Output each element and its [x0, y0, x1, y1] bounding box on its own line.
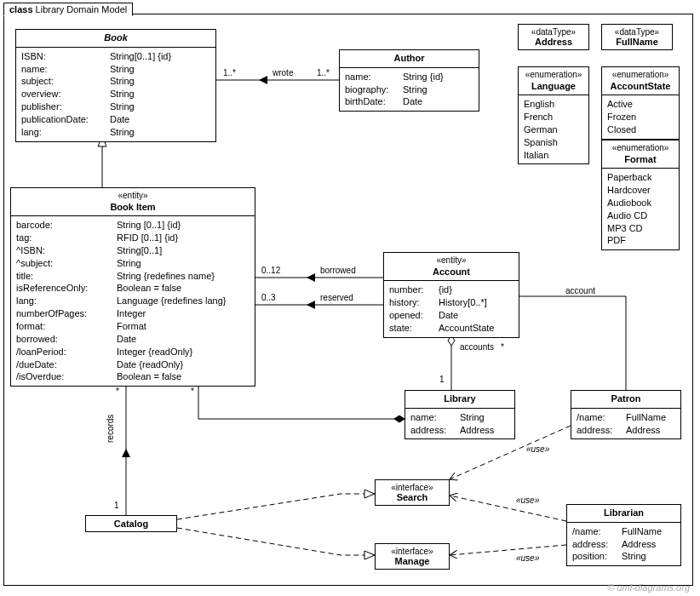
- attr-name: ^ISBN:: [16, 244, 112, 257]
- attr-name: opened:: [389, 309, 433, 322]
- attr-type: Date: [117, 333, 136, 346]
- enum-format-name: Format: [624, 154, 656, 164]
- mult-wrote-left: 1..*: [223, 68, 236, 77]
- attr-name: subject:: [21, 75, 105, 88]
- mult-bookitem-star: *: [191, 387, 194, 396]
- attr-name: position:: [572, 550, 617, 563]
- datatype-address: «dataType»Address: [518, 24, 589, 50]
- attribute-row: ^ISBN:String[0..1]: [16, 244, 250, 257]
- attr-type: Language {redefines lang}: [117, 295, 226, 307]
- datatype-fullname: «dataType»FullName: [601, 24, 673, 50]
- class-manage: «interface» Manage: [375, 543, 450, 570]
- attr-name: lang:: [16, 295, 112, 307]
- class-author-name: Author: [393, 53, 424, 63]
- frame-tab: class Library Domain Model: [3, 3, 133, 16]
- attr-name: barcode:: [16, 219, 112, 232]
- mult-lib-one: 1: [439, 375, 445, 384]
- attribute-row: publicationDate:Date: [21, 113, 210, 126]
- attr-name: ^subject:: [16, 257, 112, 270]
- class-account: «entity» Account number:{id}history:Hist…: [383, 252, 519, 338]
- attribute-row: position:String: [572, 550, 675, 563]
- class-patron: Patron /name:FullNameaddress:Address: [571, 390, 681, 439]
- datatype-fullname-stereo: «dataType»: [605, 27, 668, 37]
- class-manage-name: Manage: [395, 556, 430, 566]
- attr-type: String: [110, 63, 135, 76]
- attr-type: String[0..1] {id}: [110, 50, 171, 63]
- attr-name: birthDate:: [345, 95, 398, 108]
- class-catalog-name: Catalog: [114, 519, 148, 529]
- datatype-address-name: Address: [535, 37, 572, 47]
- attribute-row: number:{id}: [389, 284, 514, 296]
- use-librarian-manage: «use»: [516, 553, 539, 563]
- class-patron-attrs: /name:FullNameaddress:Address: [571, 409, 680, 439]
- attr-type: Date: [439, 309, 458, 322]
- attribute-row: /name:FullName: [577, 411, 675, 424]
- attribute-row: format:Format: [16, 320, 250, 333]
- attribute-row: ^subject:String: [16, 257, 250, 270]
- attr-type: String {redefines name}: [117, 270, 215, 283]
- attr-type: String: [403, 83, 427, 96]
- attr-type: RFID [0..1] {id}: [117, 232, 178, 244]
- attr-name: overview:: [21, 88, 105, 100]
- role-accounts: accounts: [460, 342, 494, 352]
- attr-type: Integer {readOnly}: [117, 346, 192, 358]
- mult-reserved: 0..3: [261, 293, 276, 302]
- attr-name: address:: [577, 424, 621, 437]
- mult-catalog-one: 1: [114, 501, 119, 510]
- attr-type: Address: [622, 538, 656, 551]
- attribute-row: state:AccountState: [389, 322, 514, 335]
- attr-type: Address: [626, 424, 660, 437]
- attribute-row: address:Address: [410, 424, 509, 437]
- attr-name: lang:: [21, 126, 105, 139]
- attribute-row: opened:Date: [389, 309, 514, 322]
- attr-type: String: [110, 100, 135, 113]
- enum-literal: Hardcover: [607, 184, 674, 197]
- class-librarian-name: Librarian: [604, 507, 644, 518]
- attribute-row: publisher:String: [21, 100, 210, 113]
- attribute-row: lang:Language {redefines lang}: [16, 295, 250, 307]
- enum-language-stereo: «enumeration»: [522, 70, 585, 81]
- mult-wrote-right: 1..*: [317, 68, 330, 77]
- attr-type: Format: [117, 320, 146, 333]
- enum-literal: Active: [607, 98, 674, 111]
- enum-language-lits: EnglishFrenchGermanSpanishItalian: [519, 95, 588, 163]
- class-librarian-attrs: /name:FullNameaddress:Addressposition:St…: [567, 523, 680, 566]
- attr-type: Boolean = false: [117, 370, 181, 383]
- class-account-attrs: number:{id}history:History[0..*]opened:D…: [384, 281, 519, 336]
- attr-type: String[0..1]: [117, 244, 162, 257]
- attr-type: FullName: [626, 411, 666, 424]
- assoc-borrowed: borrowed: [320, 266, 356, 275]
- enum-literal: Frozen: [607, 111, 674, 123]
- use-librarian-search: «use»: [516, 496, 539, 505]
- attr-type: String: [622, 550, 646, 563]
- attr-name: isReferenceOnly:: [16, 282, 112, 295]
- watermark: © uml-diagrams.org: [607, 582, 690, 593]
- datatype-fullname-name: FullName: [616, 37, 658, 47]
- attribute-row: barcode:String [0..1] {id}: [16, 219, 250, 232]
- enum-literal: Audiobook: [607, 197, 674, 209]
- attr-name: /name:: [572, 525, 617, 538]
- attr-type: String: [460, 411, 485, 424]
- attribute-row: address:Address: [577, 424, 675, 437]
- class-bookitem: «entity» Book Item barcode:String [0..1]…: [10, 187, 255, 387]
- enum-literal: Closed: [607, 123, 674, 136]
- attribute-row: ISBN:String[0..1] {id}: [21, 50, 210, 63]
- attr-type: Address: [460, 424, 494, 437]
- attribute-row: name:String: [410, 411, 509, 424]
- attr-type: Integer: [117, 307, 146, 320]
- attr-name: ISBN:: [21, 50, 105, 63]
- attribute-row: subject:String: [21, 75, 210, 88]
- attr-name: history:: [389, 296, 433, 309]
- frame-title: Library Domain Model: [36, 4, 128, 14]
- class-account-name: Account: [433, 266, 470, 277]
- attr-name: /isOverdue:: [16, 370, 112, 383]
- assoc-records: records: [106, 415, 115, 443]
- attr-name: title:: [16, 270, 112, 283]
- attr-type: String: [110, 88, 135, 100]
- attr-type: History[0..*]: [439, 296, 487, 309]
- attribute-row: tag:RFID [0..1] {id}: [16, 232, 250, 244]
- attribute-row: birthDate:Date: [345, 95, 473, 108]
- attr-type: FullName: [622, 525, 662, 538]
- enum-literal: Italian: [524, 149, 583, 162]
- enum-format: «enumeration»Format PaperbackHardcoverAu…: [601, 140, 680, 250]
